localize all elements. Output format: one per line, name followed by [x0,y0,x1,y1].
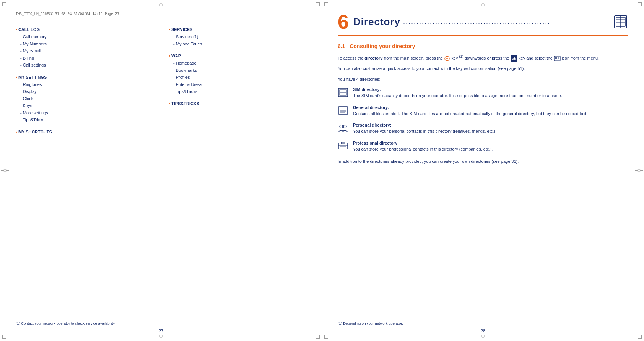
heading-wap: WAP [169,54,306,58]
directory-item-sim: SIM directory: The SIM card's capacity d… [338,87,628,99]
section-my-shortcuts: MY SHORTCUTS [16,130,153,134]
item-services: Services (1) [169,33,306,41]
general-directory-content: General directory: Contains all files cr… [353,105,628,117]
personal-directory-icon [338,123,348,133]
chapter-title: Directory [353,16,400,28]
page-header-left: TH3_TTTO_UM_556FCC-31-08-04 31/08/04 14:… [16,12,306,16]
item-my-one-touch: My one Touch [169,41,306,48]
section-number: 6.1 [338,43,345,49]
section-services: SERVICES Services (1) My one Touch [169,27,306,47]
item-clock: Clock [16,95,153,102]
footnote-right: (1) Depending on your network operator. [338,321,628,325]
item-billing: Billing [16,55,153,62]
professional-directory-desc: You can store your professional contacts… [353,146,628,153]
crosshair-bottom-left [157,332,165,340]
personal-directory-name: Personal directory: [353,123,628,127]
menu-content: CALL LOG Call memory My Numbers My e-mai… [16,23,306,140]
item-keys: Keys [16,102,153,109]
item-call-memory: Call memory [16,33,153,41]
left-page: TH3_TTTO_UM_556FCC-31-08-04 31/08/04 14:… [0,0,322,341]
heading-call-log: CALL LOG [16,27,153,32]
crosshair-top [157,1,165,9]
item-tips-tricks-wap: Tips&Tricks [169,88,306,95]
item-my-email: My e-mail [16,47,153,55]
item-tips-tricks-settings: Tips&Tricks [16,116,153,123]
menu-col-right: SERVICES Services (1) My one Touch WAP H… [169,27,306,140]
chapter-header: 6 Directory ............................… [338,12,628,36]
ok-key-badge: ok [511,55,518,62]
professional-directory-icon [338,141,348,151]
crosshair-bottom-right [479,332,487,340]
contacts-icon-inline [554,56,561,61]
chapter-number: 6 [338,12,349,32]
crosshair-right [635,167,643,174]
heading-services: SERVICES [169,27,306,32]
nav-key-icon [444,56,450,61]
crosshair-left [1,167,9,174]
directory-item-professional: Professional directory: You can store yo… [338,141,628,153]
svg-point-23 [340,125,343,128]
item-more-settings: More settings... [16,109,153,117]
directory-bold: directory [364,56,382,60]
section-title-text: Consulting your directory [350,43,415,49]
svg-marker-8 [446,57,448,60]
professional-directory-name: Professional directory: [353,141,628,145]
menu-col-left: CALL LOG Call memory My Numbers My e-mai… [16,27,153,140]
addition-text: In addition to the directories already p… [338,158,628,165]
chapter-dots: ........................................… [400,18,613,26]
heading-tips-tricks: TIPS&TRICKS [169,101,306,106]
page-number-right: 28 [481,328,485,333]
right-page: 6 Directory ............................… [322,0,644,341]
section-tips-tricks: TIPS&TRICKS [169,101,306,106]
heading-my-shortcuts: MY SHORTCUTS [16,130,153,134]
intro-paragraph: To access the directory from the main sc… [338,54,628,62]
directory-item-general: General directory: Contains all files cr… [338,105,628,117]
general-directory-desc: Contains all files created. The SIM card… [353,110,628,117]
personal-directory-desc: You can store your personal contacts in … [353,128,628,135]
section-wap: WAP Homepage Bookmarks Profiles Enter ad… [169,54,306,95]
item-profiles: Profiles [169,74,306,81]
sim-directory-name: SIM directory: [353,87,628,92]
item-my-numbers: My Numbers [16,41,153,48]
section-my-settings: MY SETTINGS Ringtones Display Clock Keys… [16,75,153,123]
general-directory-name: General directory: [353,105,628,110]
personal-directory-content: Personal directory: You can store your p… [353,123,628,135]
footnote-left: (1) Contact your network operator to che… [16,321,306,325]
item-ringtones: Ringtones [16,81,153,88]
item-homepage: Homepage [169,60,306,67]
general-directory-icon [338,106,348,115]
page-number-left: 27 [159,328,163,333]
section-call-log: CALL LOG Call memory My Numbers My e-mai… [16,27,153,69]
directories-intro: You have 4 directories: [338,76,628,83]
item-bookmarks: Bookmarks [169,67,306,74]
directory-item-personal: Personal directory: You can store your p… [338,123,628,135]
sim-directory-content: SIM directory: The SIM card's capacity d… [353,87,628,99]
heading-my-settings: MY SETTINGS [16,75,153,80]
item-enter-address: Enter address [169,81,306,88]
sim-directory-desc: The SIM card's capacity depends on your … [353,93,628,99]
section-title: 6.1 Consulting your directory [338,43,628,49]
book-icon [613,14,628,29]
svg-point-10 [555,57,557,59]
sim-directory-icon [338,88,348,97]
crosshair-top-right [479,1,487,9]
item-call-settings: Call settings [16,62,153,69]
directory-list: SIM directory: The SIM card's capacity d… [338,87,628,152]
quick-access-text: You can also customize a quick access to… [338,65,628,72]
svg-point-24 [343,125,346,128]
item-display: Display [16,88,153,95]
professional-directory-content: Professional directory: You can store yo… [353,141,628,153]
